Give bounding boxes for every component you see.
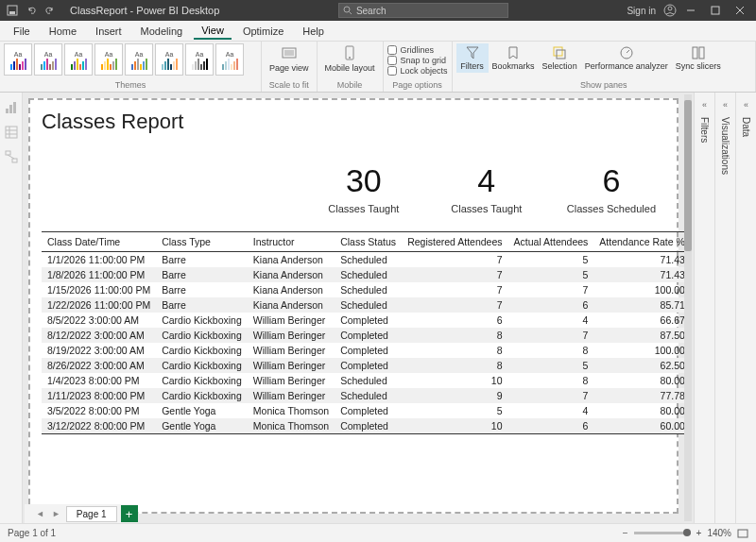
sign-in-label[interactable]: Sign in — [627, 6, 656, 16]
table-cell: 8 — [402, 328, 507, 343]
lock-checkbox[interactable]: Lock objects — [387, 66, 448, 76]
close-button[interactable] — [730, 0, 750, 21]
sync-slicers-button[interactable]: Sync slicers — [672, 43, 725, 73]
table-cell: 80.00 — [593, 373, 690, 388]
minimize-button[interactable] — [680, 0, 701, 21]
menu-home[interactable]: Home — [42, 24, 84, 39]
table-cell: 1/4/2023 8:00:00 PM — [42, 373, 156, 388]
table-cell: Gentle Yoga — [156, 403, 248, 418]
table-cell: 7 — [402, 252, 507, 268]
table-cell: Kiana Anderson — [248, 267, 335, 282]
table-cell: Cardio Kickboxing — [156, 388, 248, 403]
table-cell: Kiana Anderson — [248, 252, 335, 268]
left-rail — [0, 93, 23, 523]
column-header[interactable]: Instructor — [248, 232, 335, 252]
table-cell: Monica Thomson — [248, 418, 335, 434]
table-row: 8/5/2022 3:00:00 AMCardio KickboxingWill… — [42, 313, 691, 328]
kpi-card: 4Classes Taught — [444, 162, 529, 214]
table-cell: 1/1/2026 11:00:00 PM — [42, 252, 156, 268]
table-cell: 6 — [402, 313, 507, 328]
bookmarks-button[interactable]: Bookmarks — [489, 43, 539, 73]
theme-swatch[interactable]: Aa — [94, 43, 123, 76]
menu-optimize[interactable]: Optimize — [235, 24, 291, 39]
table-cell: Scheduled — [335, 373, 402, 388]
svg-rect-23 — [6, 127, 17, 138]
menu-insert[interactable]: Insert — [88, 24, 129, 39]
table-cell: Completed — [335, 358, 402, 373]
table-cell: 1/11/2023 8:00:00 PM — [42, 388, 156, 403]
theme-swatch[interactable]: Aa — [185, 43, 214, 76]
theme-swatch[interactable]: Aa — [215, 43, 244, 76]
table-cell: Scheduled — [335, 267, 402, 282]
svg-line-17 — [627, 50, 629, 53]
visualizations-pane-tab[interactable]: Visualizations — [718, 115, 732, 177]
performance-analyzer-button[interactable]: Performance analyzer — [581, 43, 672, 73]
theme-swatch[interactable]: Aa — [125, 43, 153, 76]
table-cell: 8/19/2022 3:00:00 AM — [42, 343, 156, 358]
page-view-button[interactable]: Page view — [266, 43, 313, 75]
table-row: 1/4/2023 8:00:00 PMCardio KickboxingWill… — [42, 373, 691, 388]
table-cell: 7 — [402, 297, 507, 313]
model-view-icon[interactable] — [4, 149, 19, 164]
filters-pane-tab[interactable]: Filters — [697, 115, 712, 144]
theme-swatch[interactable]: Aa — [64, 43, 93, 76]
snap-checkbox[interactable]: Snap to grid — [387, 56, 448, 65]
theme-swatch[interactable]: Aa — [4, 43, 32, 76]
data-pane-tab[interactable]: Data — [739, 115, 753, 139]
undo-icon[interactable] — [25, 4, 38, 17]
fit-page-icon[interactable] — [737, 529, 748, 538]
selection-button[interactable]: Selection — [539, 43, 581, 73]
column-header[interactable]: Attendance Rate % — [593, 232, 690, 252]
svg-line-3 — [349, 12, 352, 15]
theme-swatch[interactable]: Aa — [155, 43, 183, 76]
column-header[interactable]: Actual Attendees — [508, 232, 594, 252]
canvas-scrollbar[interactable] — [684, 94, 692, 521]
table-row: 1/22/2026 11:00:00 PMBarreKiana Anderson… — [42, 297, 691, 313]
table-cell: 62.50 — [593, 358, 690, 373]
collapse-icon[interactable]: « — [702, 100, 707, 110]
table-cell: 85.71 — [593, 297, 690, 313]
mobile-layout-button[interactable]: Mobile layout — [321, 43, 379, 75]
table-cell: 9 — [402, 388, 507, 403]
ribbon-group-page-options: Gridlines Snap to grid Lock objects Page… — [384, 42, 453, 92]
add-page-button[interactable]: + — [121, 505, 138, 522]
save-icon[interactable] — [6, 4, 19, 17]
menu-file[interactable]: File — [6, 24, 38, 39]
table-cell: 3/5/2022 8:00:00 PM — [42, 403, 156, 418]
column-header[interactable]: Class Status — [335, 232, 402, 252]
filters-pane-button[interactable]: Filters — [456, 43, 489, 73]
collapse-icon[interactable]: « — [744, 100, 748, 110]
table-cell: Scheduled — [335, 252, 402, 268]
search-box[interactable]: Search — [338, 3, 508, 18]
table-cell: 1/8/2026 11:00:00 PM — [42, 267, 156, 282]
table-cell: Barre — [156, 297, 248, 313]
column-header[interactable]: Class Type — [156, 232, 248, 252]
report-view-icon[interactable] — [4, 100, 19, 115]
table-cell: Kiana Anderson — [248, 297, 335, 313]
tab-prev-icon[interactable]: ◄ — [34, 509, 46, 518]
kpi-value: 6 — [567, 162, 656, 199]
column-header[interactable]: Registered Attendees — [402, 232, 507, 252]
redo-icon[interactable] — [43, 4, 57, 17]
menu-help[interactable]: Help — [295, 24, 332, 39]
table-cell: 8/5/2022 3:00:00 AM — [42, 313, 156, 328]
table-cell: Completed — [335, 343, 402, 358]
column-header[interactable]: Class Date/Time — [42, 232, 156, 252]
canvas[interactable]: Classes Report 30Classes Taught4Classes … — [23, 93, 694, 523]
gridlines-checkbox[interactable]: Gridlines — [387, 45, 448, 55]
data-view-icon[interactable] — [4, 125, 19, 140]
table-cell: Completed — [335, 403, 402, 418]
menu-modeling[interactable]: Modeling — [133, 24, 191, 39]
zoom-control[interactable]: − + 140% — [623, 528, 748, 538]
page-tab-1[interactable]: Page 1 — [66, 506, 117, 522]
user-icon[interactable] — [663, 4, 677, 17]
collapse-icon[interactable]: « — [723, 100, 728, 110]
table-cell: 5 — [508, 358, 594, 373]
zoom-slider[interactable] — [634, 532, 691, 534]
table-cell: 8 — [508, 343, 594, 358]
theme-swatch[interactable]: Aa — [34, 43, 62, 76]
menu-view[interactable]: View — [194, 23, 232, 40]
maximize-button[interactable] — [705, 0, 726, 21]
tab-next-icon[interactable]: ► — [50, 509, 62, 518]
table-row: 3/12/2022 8:00:00 PMGentle YogaMonica Th… — [42, 418, 691, 434]
